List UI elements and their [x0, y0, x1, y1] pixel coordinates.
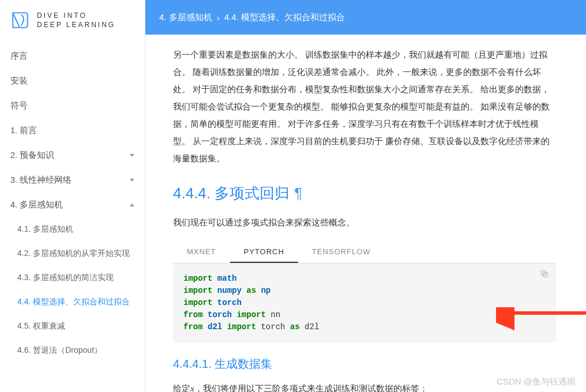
breadcrumb: 4. 多层感知机 › 4.4. 模型选择、欠拟合和过拟合 [145, 0, 586, 35]
breadcrumb-current[interactable]: 4.4. 模型选择、欠拟合和过拟合 [224, 12, 345, 23]
sidebar-item-install[interactable]: 安装 [0, 69, 145, 93]
heading-4-4-4-1: 4.4.4.1. 生成数据集 [173, 356, 556, 372]
tab-pytorch[interactable]: PYTORCH [230, 242, 298, 263]
sidebar-item-preface[interactable]: 序言 [0, 44, 145, 69]
content: 另一个重要因素是数据集的大小。 训练数据集中的样本越少，我们就越有可能（且更严重… [145, 0, 584, 392]
sidebar-item-ch1[interactable]: 1. 前言 [0, 118, 145, 143]
framework-tabs: MXNET PYTORCH TENSORFLOW [173, 242, 556, 263]
permalink-icon[interactable]: ¶ [294, 184, 302, 202]
sidebar-item-ch2[interactable]: 2. 预备知识 [0, 143, 145, 168]
breadcrumb-sep-icon: › [217, 13, 220, 22]
tab-tensorflow[interactable]: TENSORFLOW [298, 242, 385, 263]
chevron-down-icon [130, 179, 134, 182]
sidebar-item-4-2[interactable]: 4.2. 多层感知机的从零开始实现 [0, 242, 145, 266]
logo-text: DIVE INTO DEEP LEARNING [37, 11, 115, 29]
sidebar-item-4-3[interactable]: 4.3. 多层感知机的简洁实现 [0, 266, 145, 290]
logo-icon [10, 10, 30, 30]
logo-block[interactable]: DIVE INTO DEEP LEARNING [0, 0, 145, 44]
tab-mxnet[interactable]: MXNET [173, 242, 230, 263]
code-block: import math import numpy as np import to… [173, 263, 556, 342]
sidebar-item-ch3[interactable]: 3. 线性神经网络 [0, 168, 145, 193]
intro-paragraph: 另一个重要因素是数据集的大小。 训练数据集中的样本越少，我们就越有可能（且更严重… [173, 46, 556, 167]
chevron-down-icon [130, 154, 134, 157]
sidebar-item-ch4[interactable]: 4. 多层感知机 [0, 193, 145, 217]
section-intro: 我们现在可以通过多项式拟合来探索这些概念。 [173, 214, 556, 231]
copy-icon[interactable] [540, 269, 549, 282]
heading-4-4-4: 4.4.4. 多项式回归¶ [173, 183, 556, 203]
watermark: CSDN @鱼与钰遇雨 [497, 376, 576, 387]
breadcrumb-parent[interactable]: 4. 多层感知机 [159, 12, 212, 23]
sidebar-item-4-4[interactable]: 4.4. 模型选择、欠拟合和过拟合 [0, 290, 145, 314]
sidebar-item-4-6[interactable]: 4.6. 暂退法（Dropout） [0, 338, 145, 363]
sidebar-item-notation[interactable]: 符号 [0, 93, 145, 118]
sidebar: DIVE INTO DEEP LEARNING 序言 安装 符号 1. 前言 2… [0, 0, 145, 392]
sidebar-item-4-5[interactable]: 4.5. 权重衰减 [0, 314, 145, 338]
sidebar-item-4-1[interactable]: 4.1. 多层感知机 [0, 217, 145, 242]
chevron-up-icon [130, 203, 134, 206]
